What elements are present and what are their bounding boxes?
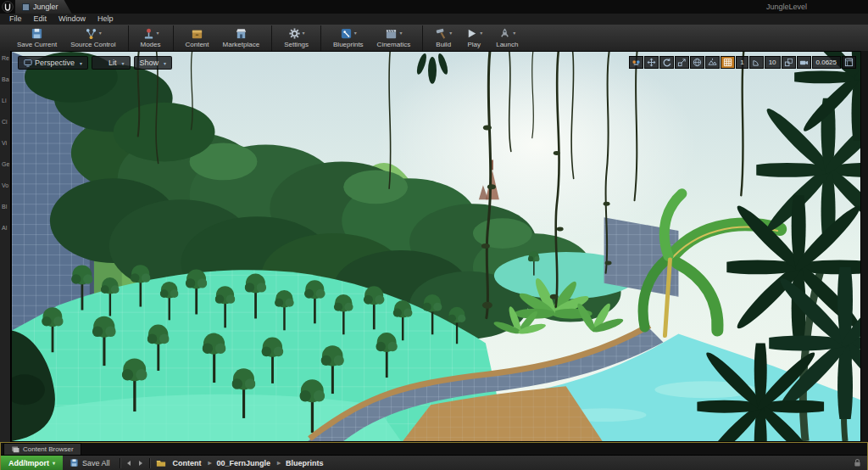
source-control-icon	[85, 27, 97, 40]
menu-item[interactable]: Window	[53, 14, 92, 25]
content-browser-tab-row: Content Browser	[1, 443, 867, 455]
rotation-snap-value[interactable]: 10	[765, 56, 781, 69]
back-button[interactable]	[123, 456, 135, 470]
breadcrumb-content[interactable]: Content	[170, 459, 204, 467]
content-icon	[191, 27, 203, 40]
level-name-label: JungleLevel	[766, 3, 807, 11]
play-button[interactable]: ▾ Play	[459, 25, 489, 51]
level-viewport[interactable]: Perspective Lit Show	[11, 51, 861, 442]
add-import-button[interactable]: Add/Import ▾	[1, 456, 63, 470]
play-icon	[465, 27, 478, 40]
viewport-toolbar: 1 10 0.0625	[629, 56, 856, 69]
scale-snap-button[interactable]	[782, 56, 796, 69]
place-actors-tab[interactable]: Vo	[0, 181, 10, 202]
blueprints-icon	[340, 27, 353, 40]
build-button[interactable]: ▾ Build	[428, 25, 459, 51]
breadcrumb-blueprints[interactable]: Blueprints	[275, 459, 326, 467]
launch-icon	[498, 27, 511, 40]
separator	[120, 458, 120, 468]
save-icon	[70, 458, 79, 467]
settings-button[interactable]: ▾ Settings	[277, 25, 321, 51]
modes-button[interactable]: ▾ Modes	[134, 25, 174, 51]
browser-icon	[11, 445, 19, 453]
camera-speed-value[interactable]: 0.0625	[812, 56, 841, 69]
chevron-down-icon: ▾	[99, 31, 102, 36]
content-browser-tab[interactable]: Content Browser	[3, 443, 81, 455]
breadcrumb-00-fernjungle[interactable]: 00_FernJungle	[206, 459, 274, 467]
chevron-down-icon: ▾	[449, 31, 452, 36]
move-tool-button[interactable]	[644, 56, 659, 69]
content-button[interactable]: Content	[179, 25, 216, 51]
lit-sphere-icon	[97, 59, 106, 67]
settings-icon	[288, 27, 301, 40]
source-control-button[interactable]: ▾ Source Control	[64, 25, 128, 51]
place-actors-tab[interactable]: Li	[0, 96, 10, 117]
menu-item[interactable]: File	[3, 14, 28, 25]
chevron-down-icon: ▾	[399, 31, 402, 36]
separator	[149, 458, 150, 468]
breadcrumb: Content00_FernJungleBlueprints	[156, 458, 326, 467]
launch-button[interactable]: ▾ Launch	[489, 25, 525, 51]
monitor-icon	[24, 59, 32, 67]
place-actors-tab[interactable]: Al	[0, 223, 10, 244]
rotate-tool-button[interactable]	[659, 56, 674, 69]
show-button[interactable]: Show	[134, 56, 173, 70]
save-icon	[31, 27, 43, 40]
camera-speed-button[interactable]	[797, 56, 811, 69]
arrow-right-icon	[137, 460, 144, 467]
place-actors-tab[interactable]: Ge	[0, 159, 10, 181]
folder-icon	[156, 458, 166, 467]
modes-icon	[142, 27, 155, 40]
chevron-down-icon: ▾	[53, 460, 55, 466]
window-right-edge	[861, 51, 868, 442]
viewport-options-button[interactable]	[629, 56, 643, 69]
arrow-left-icon	[125, 460, 132, 467]
viewport-controls: Perspective Lit Show	[18, 56, 172, 70]
cinematics-icon	[385, 27, 398, 40]
chevron-down-icon: ▾	[513, 31, 515, 36]
coordinate-system-button[interactable]	[690, 56, 704, 69]
grid-snap-button[interactable]	[721, 56, 735, 69]
lock-icon	[853, 458, 862, 467]
unreal-logo-icon	[2, 1, 14, 13]
place-actors-tab[interactable]: Ci	[0, 117, 10, 138]
save-all-button[interactable]: Save All	[63, 456, 117, 470]
maximize-viewport-button[interactable]	[842, 56, 856, 69]
window-tab-jungler[interactable]: Jungler	[15, 0, 72, 14]
save-current-button[interactable]: Save Current	[10, 25, 64, 51]
grid-snap-value[interactable]: 1	[736, 56, 748, 69]
scale-tool-button[interactable]	[675, 56, 689, 69]
marketplace-button[interactable]: Marketplace	[216, 25, 273, 51]
surface-snap-button[interactable]	[705, 56, 720, 69]
place-actors-strip: ReBaLiCiViGeVoBlAl	[0, 51, 11, 442]
rotation-snap-button[interactable]	[749, 56, 764, 69]
place-actors-tab[interactable]: Vi	[0, 138, 10, 159]
lock-button[interactable]	[853, 458, 867, 467]
place-actors-tab[interactable]: Re	[0, 53, 10, 75]
blueprints-button[interactable]: ▾ Blueprints	[326, 25, 370, 51]
window-tab-title: Jungler	[33, 3, 58, 11]
marketplace-icon	[235, 27, 248, 40]
lit-mode-button[interactable]: Lit	[92, 56, 131, 70]
chevron-down-icon: ▾	[157, 31, 159, 36]
viewport-scene[interactable]	[12, 52, 860, 441]
menu-bar: FileEditWindowHelp	[0, 14, 868, 25]
place-actors-tab[interactable]: Ba	[0, 75, 10, 96]
title-bar: Jungler JungleLevel	[0, 0, 868, 14]
content-browser-panel: Content Browser Add/Import ▾ Save All Co…	[0, 442, 868, 470]
tab-icon	[22, 3, 30, 11]
perspective-button[interactable]: Perspective	[18, 56, 88, 70]
menu-item[interactable]: Help	[92, 14, 120, 25]
build-icon	[435, 27, 448, 40]
content-browser-statusbar: Add/Import ▾ Save All Content00_FernJung…	[1, 455, 867, 470]
chevron-down-icon: ▾	[354, 31, 357, 36]
cinematics-button[interactable]: ▾ Cinematics	[370, 25, 424, 51]
main-toolbar: Save Current ▾ Source Control ▾ Modes	[0, 25, 868, 52]
chevron-down-icon: ▾	[480, 31, 482, 36]
forward-button[interactable]	[135, 456, 147, 470]
chevron-down-icon: ▾	[303, 31, 305, 36]
place-actors-tab[interactable]: Bl	[0, 202, 10, 223]
menu-item[interactable]: Edit	[28, 14, 53, 25]
